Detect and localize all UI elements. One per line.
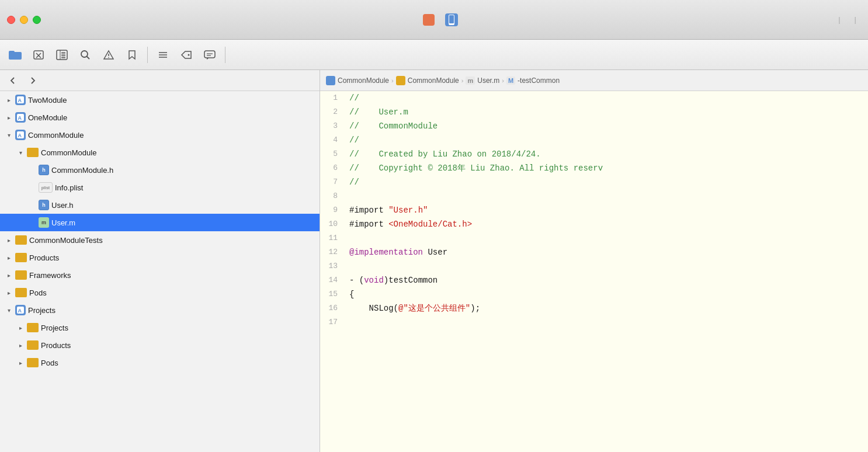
sidebar-item-Projects[interactable]: AProjects [0, 301, 320, 319]
item-icon-OneModule: A [15, 112, 26, 123]
item-label-OneModule: OneModule [28, 113, 67, 122]
sidebar-item-TwoModule[interactable]: ATwoModule [0, 91, 320, 109]
svg-marker-18 [129, 51, 135, 59]
svg-point-2 [451, 23, 452, 25]
sidebar-item-User.h[interactable]: hUser.h [0, 196, 320, 214]
sidebar-item-Projects-sub[interactable]: Projects [0, 319, 320, 336]
hierarchy-icon-btn[interactable] [51, 44, 72, 65]
line-content-10: #import <OneModule/Cat.h> [349, 217, 868, 231]
svg-rect-12 [61, 57, 65, 58]
item-label-User.h: User.h [51, 201, 74, 210]
line-num-4: 4 [320, 133, 349, 147]
toolbar [0, 40, 868, 70]
minimize-button[interactable] [20, 16, 28, 24]
line-content-15: { [349, 287, 868, 301]
sep2: | [855, 15, 856, 24]
line-content-7: // [349, 175, 868, 189]
item-icon-Projects-sub [27, 323, 39, 332]
sidebar-item-CommonModule.h[interactable]: hCommonModule.h [0, 161, 320, 179]
breadcrumb-icon-3: m [466, 77, 475, 85]
line-content-3: // CommonModule [349, 119, 868, 133]
item-icon-Pods2 [27, 358, 39, 367]
line-num-9: 9 [320, 203, 349, 217]
code-line-13: 13 [320, 259, 868, 273]
svg-text:A: A [18, 115, 22, 121]
sidebar-item-Info.plist[interactable]: plistInfo.plist [0, 179, 320, 196]
sidebar-item-CommonModuleTests[interactable]: CommonModuleTests [0, 231, 320, 249]
line-num-16: 16 [320, 301, 349, 315]
code-line-3: 3// CommonModule [320, 119, 868, 133]
sidebar-item-CommonModule-folder[interactable]: CommonModule [0, 144, 320, 161]
line-num-1: 1 [320, 91, 349, 105]
item-icon-Pods [15, 288, 27, 297]
breadcrumb-icon-2 [396, 76, 405, 85]
warning-icon-btn[interactable] [98, 44, 119, 65]
breadcrumb-item-4[interactable]: M -testCommon [506, 77, 560, 85]
breadcrumb-sep-1: › [391, 77, 394, 84]
line-content-5: // Created by Liu Zhao on 2018/4/24. [349, 147, 868, 161]
line-content-2: // User.m [349, 105, 868, 119]
svg-point-13 [81, 51, 88, 57]
bookmark-icon-btn[interactable] [121, 44, 143, 65]
code-line-17: 17 [320, 315, 868, 329]
svg-marker-24 [207, 58, 209, 60]
svg-point-17 [108, 57, 109, 58]
sep1: | [838, 15, 840, 24]
editor-prev-btn[interactable] [5, 72, 21, 89]
sidebar-item-Pods[interactable]: Pods [0, 284, 320, 301]
svg-rect-10 [61, 52, 65, 54]
svg-text:A: A [18, 308, 22, 314]
line-content-1: // [349, 91, 868, 105]
maximize-button[interactable] [33, 16, 41, 24]
code-line-8: 8 [320, 189, 868, 203]
breadcrumb-item-2[interactable]: CommonModule [396, 76, 459, 85]
sidebar: ATwoModuleAOneModuleACommonModuleCommonM… [0, 70, 320, 452]
code-line-11: 11 [320, 231, 868, 245]
breadcrumb-label-3: User.m [477, 77, 499, 85]
line-content-6: // Copyright © 2018年 Liu Zhao. All right… [349, 161, 868, 175]
item-label-Info.plist: Info.plist [55, 183, 83, 192]
label-icon-btn[interactable] [176, 44, 197, 65]
sidebar-item-Frameworks[interactable]: Frameworks [0, 266, 320, 284]
line-content-9: #import "User.h" [349, 203, 868, 217]
list-icon-btn[interactable] [152, 44, 173, 65]
sidebar-item-CommonModule[interactable]: ACommonModule [0, 126, 320, 144]
code-line-16: 16 NSLog(@"这是个公共组件"); [320, 301, 868, 315]
folder-icon-btn[interactable] [5, 44, 26, 65]
sidebar-item-Products1[interactable]: Products [0, 249, 320, 266]
sidebar-item-User.m[interactable]: mUser.m [0, 214, 320, 231]
sidebar-item-Pods2[interactable]: Pods [0, 354, 320, 371]
breadcrumb-label-2: CommonModule [408, 77, 459, 85]
editor-next-btn[interactable] [25, 72, 41, 89]
item-label-CommonModule: CommonModule [28, 131, 84, 140]
item-label-TwoModule: TwoModule [28, 96, 67, 105]
project-icon [423, 14, 435, 26]
comment-icon-btn[interactable] [199, 44, 220, 65]
item-icon-User.h: h [39, 200, 49, 210]
tree-arrow-Products1 [5, 253, 13, 262]
item-label-Projects: Projects [28, 306, 55, 315]
item-label-Projects-sub: Projects [41, 324, 68, 332]
close-icon-btn[interactable] [28, 44, 49, 65]
tree-arrow-OneModule [5, 113, 13, 121]
breadcrumb-label-4: -testCommon [518, 77, 560, 85]
svg-rect-1 [449, 15, 454, 23]
line-num-8: 8 [320, 189, 349, 203]
item-icon-Products1 [15, 253, 27, 262]
item-label-Frameworks: Frameworks [29, 271, 71, 280]
code-editor[interactable]: 1//2// User.m3// CommonModule4//5// Crea… [320, 91, 868, 452]
svg-line-14 [87, 56, 90, 59]
close-button[interactable] [7, 16, 15, 24]
line-content-12: @implementation User [349, 245, 868, 259]
tree-arrow-CommonModule [5, 131, 13, 139]
sidebar-item-Products2[interactable]: Products [0, 336, 320, 354]
breadcrumb-item-1[interactable]: CommonModule [326, 76, 389, 85]
sidebar-item-OneModule[interactable]: AOneModule [0, 109, 320, 126]
breadcrumb-item-3[interactable]: m User.m [466, 77, 499, 85]
item-label-CommonModule.h: CommonModule.h [51, 166, 113, 175]
line-num-13: 13 [320, 259, 349, 273]
svg-rect-4 [9, 51, 15, 54]
search-icon-btn[interactable] [75, 44, 96, 65]
svg-text:A: A [18, 98, 22, 103]
line-num-7: 7 [320, 175, 349, 189]
